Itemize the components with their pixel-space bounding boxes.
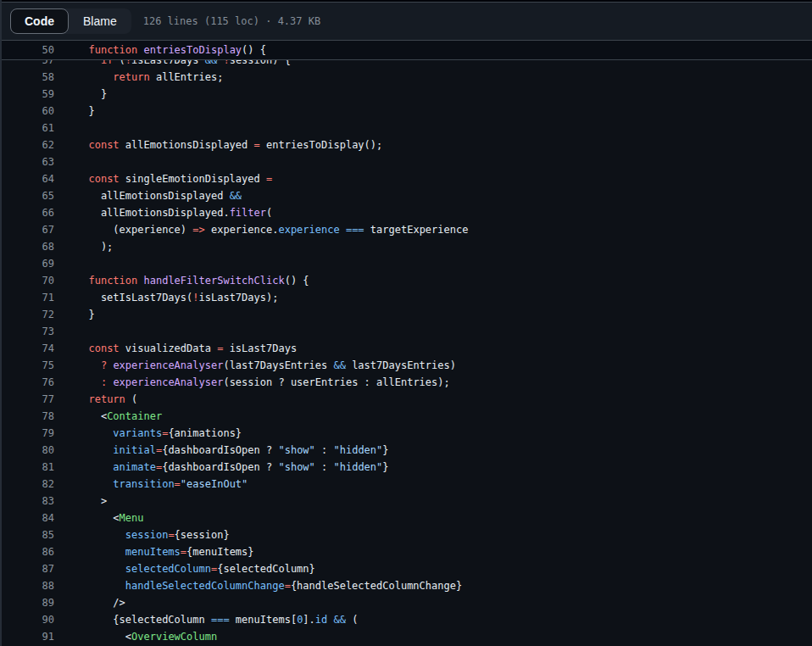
line-number[interactable]: 78 <box>2 408 54 425</box>
line-number[interactable]: 82 <box>2 476 54 493</box>
line-number[interactable]: 86 <box>2 543 54 560</box>
line-code: setIsLast7Days(!isLast7Days); <box>54 289 812 306</box>
code-token: ]. <box>303 614 314 626</box>
line-number[interactable]: 83 <box>2 493 54 510</box>
code-token: OverviewColumn <box>131 631 217 643</box>
line-number[interactable]: 71 <box>2 289 54 306</box>
code-token: && <box>230 190 242 202</box>
code-token: = <box>168 529 174 541</box>
code-token <box>76 444 113 456</box>
code-token: () { <box>285 275 309 287</box>
code-token: allEmotionsDisplayed <box>120 139 254 151</box>
code-token: variants <box>113 427 162 439</box>
blame-tab-button[interactable]: Blame <box>69 8 131 34</box>
line-number[interactable]: 67 <box>2 221 54 238</box>
line-number[interactable]: 80 <box>2 442 54 459</box>
code-token: = <box>181 546 186 558</box>
line-code: } <box>54 103 812 120</box>
code-token: } <box>76 88 107 100</box>
code-token: "hidden" <box>334 461 383 473</box>
line-number[interactable]: 50 <box>2 41 54 59</box>
line-number[interactable]: 69 <box>2 255 54 272</box>
line-number[interactable]: 81 <box>2 459 54 476</box>
line-number[interactable]: 64 <box>2 170 54 187</box>
code-token <box>76 393 88 405</box>
line-number[interactable]: 90 <box>2 611 54 628</box>
sticky-scope-line: 50 function entriesToDisplay() { <box>2 41 812 60</box>
code-token <box>76 359 101 371</box>
line-number[interactable]: 70 <box>2 272 54 289</box>
code-token <box>76 71 113 83</box>
line-number[interactable]: 58 <box>2 69 54 86</box>
code-token: } <box>76 309 95 320</box>
code-token: singleEmotionDisplayed <box>120 173 266 185</box>
line-number[interactable]: 57 <box>2 60 54 69</box>
code-token: < <box>76 631 131 643</box>
code-token: "show" <box>278 461 314 473</box>
code-token: function <box>88 275 137 287</box>
line-number[interactable]: 73 <box>2 323 54 340</box>
code-line: 65 allEmotionsDisplayed && <box>2 187 812 204</box>
code-token: selectedColumn <box>125 563 211 575</box>
code-view-container: Code Blame 126 lines (115 loc) · 4.37 KB… <box>0 0 812 646</box>
code-token <box>76 427 113 439</box>
line-number[interactable]: 87 <box>2 560 54 577</box>
line-number[interactable]: 68 <box>2 238 54 255</box>
code-token: {dashboardIsOpen ? <box>162 461 278 473</box>
code-blame-toggle: Code Blame <box>10 8 131 34</box>
code-token: } <box>76 105 95 117</box>
code-token: isLast7Days <box>223 342 297 354</box>
code-line: 86 menuItems={menuItems} <box>2 543 812 560</box>
code-line: 76 : experienceAnalyser(session ? userEn… <box>2 374 812 391</box>
line-number[interactable]: 63 <box>2 153 54 170</box>
code-token: setIsLast7Days( <box>76 292 192 304</box>
code-line: 91 <OverviewColumn <box>2 628 812 645</box>
line-number[interactable]: 75 <box>2 357 54 374</box>
line-number[interactable]: 85 <box>2 526 54 543</box>
line-number[interactable]: 74 <box>2 340 54 357</box>
code-token: (experience) <box>76 224 192 236</box>
code-token: "hidden" <box>334 444 383 456</box>
line-number[interactable]: 72 <box>2 306 54 323</box>
code-token: = <box>254 139 260 151</box>
code-line: 89 /> <box>2 594 812 611</box>
file-toolbar: Code Blame 126 lines (115 loc) · 4.37 KB <box>2 3 812 41</box>
line-code: const visualizedData = isLast7Days <box>54 340 812 357</box>
line-number[interactable]: 60 <box>2 103 54 120</box>
code-line: 63 <box>2 153 812 170</box>
code-line: 58 return allEntries; <box>2 69 812 86</box>
line-number[interactable]: 65 <box>2 187 54 204</box>
code-token: {selectedColumn <box>76 614 211 626</box>
code-token: === <box>211 614 230 626</box>
code-tab-button[interactable]: Code <box>10 8 69 34</box>
line-number[interactable]: 61 <box>2 120 54 136</box>
line-number[interactable]: 76 <box>2 374 54 391</box>
code-token: => <box>192 224 204 236</box>
code-line: 78 <Container <box>2 408 812 425</box>
code-token: animate <box>113 461 156 473</box>
code-token: ( <box>346 614 358 626</box>
code-token: const <box>88 139 119 151</box>
code-token: visualizedData <box>120 342 218 354</box>
code-token: allEmotionsDisplayed <box>76 190 230 202</box>
line-number[interactable]: 77 <box>2 391 54 408</box>
line-number[interactable]: 88 <box>2 577 54 594</box>
code-token <box>327 614 333 626</box>
line-code <box>54 323 812 340</box>
code-token: = <box>175 478 181 490</box>
line-number[interactable]: 62 <box>2 136 54 153</box>
code-token: = <box>285 580 291 592</box>
line-code: handleSelectedColumnChange={handleSelect… <box>54 577 812 594</box>
code-token: const <box>88 342 119 354</box>
code-line: 87 selectedColumn={selectedColumn} <box>2 560 812 577</box>
line-number[interactable]: 79 <box>2 425 54 442</box>
line-code: (experience) => experience.experience ==… <box>54 221 812 238</box>
line-number[interactable]: 84 <box>2 510 54 526</box>
line-number[interactable]: 66 <box>2 204 54 221</box>
code-token: === <box>346 224 364 236</box>
line-number[interactable]: 91 <box>2 628 54 645</box>
line-code: session={session} <box>54 526 812 543</box>
line-number[interactable]: 89 <box>2 594 54 611</box>
line-number[interactable]: 59 <box>2 86 54 103</box>
code-token: handleSelectedColumnChange <box>125 580 285 592</box>
